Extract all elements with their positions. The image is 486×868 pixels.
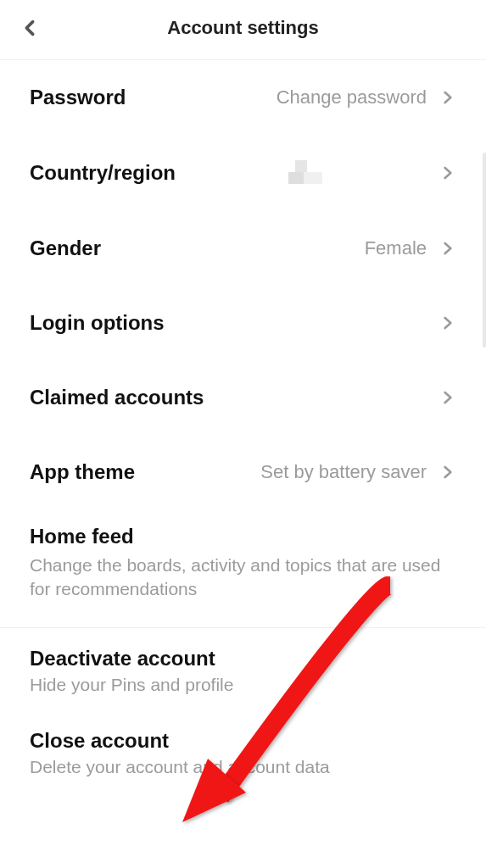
row-app-theme[interactable]: App theme Set by battery saver xyxy=(30,435,456,509)
row-country[interactable]: Country/region xyxy=(30,135,456,211)
country-label: Country/region xyxy=(30,161,176,185)
chevron-right-icon xyxy=(439,89,456,106)
country-value-redacted xyxy=(280,160,322,186)
password-value: Change password xyxy=(126,86,427,108)
header-bar: Account settings xyxy=(0,0,486,55)
chevron-left-icon xyxy=(20,19,39,37)
row-close-account[interactable]: Close account Delete your account and ac… xyxy=(30,704,456,786)
row-gender[interactable]: Gender Female xyxy=(30,211,456,286)
back-button[interactable] xyxy=(17,15,42,41)
deactivate-subtitle: Hide your Pins and profile xyxy=(30,675,456,695)
password-label: Password xyxy=(30,86,126,109)
homefeed-subtitle: Change the boards, activity and topics t… xyxy=(30,554,456,602)
claimed-label: Claimed accounts xyxy=(30,386,204,409)
gender-label: Gender xyxy=(30,236,101,260)
theme-label: App theme xyxy=(30,460,135,484)
close-title: Close account xyxy=(30,729,456,753)
gender-value: Female xyxy=(101,237,427,259)
close-subtitle: Delete your account and account data xyxy=(30,757,456,777)
theme-value: Set by battery saver xyxy=(135,461,427,483)
chevron-right-icon xyxy=(439,464,456,481)
chevron-right-icon xyxy=(439,240,456,257)
deactivate-title: Deactivate account xyxy=(30,647,456,670)
chevron-right-icon xyxy=(439,314,456,331)
row-claimed-accounts[interactable]: Claimed accounts xyxy=(30,360,456,435)
chevron-right-icon xyxy=(439,164,456,181)
row-deactivate-account[interactable]: Deactivate account Hide your Pins and pr… xyxy=(30,628,456,704)
account-actions: Deactivate account Hide your Pins and pr… xyxy=(0,628,486,786)
chevron-right-icon xyxy=(439,389,456,406)
settings-list: Password Change password Country/region … xyxy=(0,60,486,627)
row-login-options[interactable]: Login options xyxy=(30,286,456,360)
row-home-feed[interactable]: Home feed Change the boards, activity an… xyxy=(30,509,456,627)
homefeed-title: Home feed xyxy=(30,525,456,548)
scroll-indicator xyxy=(483,153,486,348)
login-label: Login options xyxy=(30,311,165,335)
page-title: Account settings xyxy=(17,17,469,39)
row-password[interactable]: Password Change password xyxy=(30,60,456,135)
